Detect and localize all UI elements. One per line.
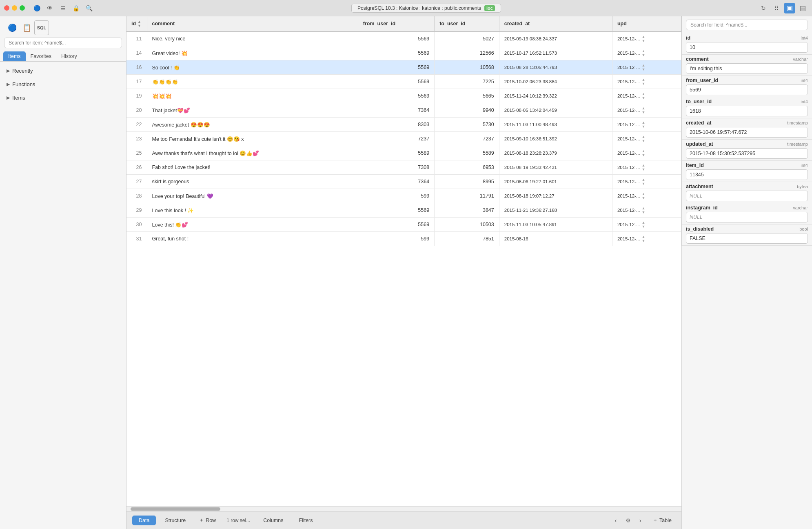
sort-row-arrows[interactable]: ▲▼	[642, 206, 646, 214]
sidebar-section-label-recently: Recently	[12, 68, 33, 74]
table-row[interactable]: 27skirt is gorgeous736489952015-08-06 19…	[126, 175, 681, 189]
sort-id-icon[interactable]: ▲▼	[138, 20, 141, 28]
scroll-thumb[interactable]	[131, 507, 220, 511]
cell-upd: 2015-12-...▲▼	[612, 218, 681, 231]
database-icon[interactable]: 🔵	[31, 3, 42, 13]
field-input-is_disabled[interactable]: FALSE	[686, 233, 808, 244]
cell-to-user-id: 7225	[435, 75, 499, 89]
cell-upd: 2015-12-...▲▼	[612, 75, 681, 89]
sort-row-arrows[interactable]: ▲▼	[642, 106, 646, 114]
sort-row-arrows[interactable]: ▲▼	[642, 220, 646, 229]
field-type-from_user_id: int4	[801, 78, 808, 83]
lock-icon[interactable]: 🔒	[71, 3, 81, 13]
close-button[interactable]	[4, 5, 9, 11]
nav-next-icon[interactable]: ›	[635, 515, 646, 526]
sidebar-sql-icon[interactable]: SQL	[34, 20, 49, 35]
col-header-to-user-id[interactable]: to_user_id	[435, 16, 499, 31]
sort-row-arrows[interactable]: ▲▼	[642, 135, 646, 143]
field-search-input[interactable]	[686, 20, 808, 30]
sort-row-arrows[interactable]: ▲▼	[642, 63, 646, 71]
table-row[interactable]: 22Awesome jacket 😍😍😍830357302015-11-03 1…	[126, 118, 681, 132]
table-row[interactable]: 14Great video! 💥5569125662015-10-17 16:5…	[126, 46, 681, 60]
field-input-to_user_id[interactable]: 1618	[686, 106, 808, 116]
cell-created-at: 2015-10-02 06:23:38.884	[499, 75, 612, 89]
layout-right-icon[interactable]: ▤	[797, 3, 808, 13]
cell-from-user-id: 5569	[358, 203, 434, 218]
sort-row-arrows[interactable]: ▲▼	[642, 178, 646, 186]
table-row[interactable]: 17👏👏👏👏556972252015-10-02 06:23:38.884201…	[126, 75, 681, 89]
layout-left-icon[interactable]: ▣	[784, 3, 795, 13]
sort-row-arrows[interactable]: ▲▼	[642, 92, 646, 100]
sort-row-arrows[interactable]: ▲▼	[642, 163, 646, 171]
table-row[interactable]: 31Great, fun shot !59978512015-08-162015…	[126, 232, 681, 246]
field-input-updated_at[interactable]: 2015-12-08 15:30:52.537295	[686, 148, 808, 159]
sort-row-arrows[interactable]: ▲▼	[642, 120, 646, 129]
sidebar-section-header-functions[interactable]: ▶ Functions	[3, 79, 123, 90]
cell-to-user-id: 5665	[435, 89, 499, 103]
table-row[interactable]: 11Nice, very nice556950272015-09-19 08:3…	[126, 31, 681, 46]
sort-row-arrows[interactable]: ▲▼	[642, 35, 646, 43]
table-inner[interactable]: id ▲▼ comment from_user_id to_user_id cr…	[126, 16, 681, 506]
add-row-button[interactable]: ＋ Row	[195, 515, 220, 525]
field-type-id: int4	[801, 36, 808, 40]
settings-icon[interactable]: ⚙	[622, 515, 634, 526]
tab-data[interactable]: Data	[132, 516, 156, 525]
field-input-comment[interactable]: I'm editing this	[686, 63, 808, 74]
field-input-wrapper-updated_at: 2015-12-08 15:30:52.537295	[686, 148, 808, 159]
field-input-wrapper-instagram_id: NULL	[686, 212, 808, 222]
col-header-id[interactable]: id ▲▼	[126, 16, 147, 31]
minimize-button[interactable]	[12, 5, 17, 11]
grid-icon[interactable]: ⠿	[771, 3, 782, 13]
sort-row-arrows[interactable]: ▲▼	[642, 78, 646, 86]
sort-row-arrows[interactable]: ▲▼	[642, 235, 646, 243]
field-input-created_at[interactable]: 2015-10-06 19:57:47.672	[686, 127, 808, 138]
titlebar-left-icons: 🔵 👁 ☰ 🔒 🔍	[31, 3, 94, 13]
horizontal-scrollbar[interactable]	[126, 506, 681, 511]
col-header-from-user-id[interactable]: from_user_id	[358, 16, 434, 31]
field-row-is_disabled: is_disabledboolFALSE	[682, 224, 812, 246]
tab-columns[interactable]: Columns	[257, 516, 290, 525]
sidebar-tab-history[interactable]: History	[56, 51, 82, 61]
sidebar-db-icon[interactable]: 🔵	[5, 20, 20, 35]
eye-icon[interactable]: 👁	[44, 3, 55, 13]
table-row[interactable]: 28Love your top! Beautiful 💜599117912015…	[126, 189, 681, 203]
field-input-from_user_id[interactable]: 5569	[686, 84, 808, 95]
field-input-attachment[interactable]: NULL	[686, 191, 808, 201]
cell-comment: Awesome jacket 😍😍😍	[147, 118, 358, 132]
col-header-comment[interactable]: comment	[147, 16, 358, 31]
sidebar-table-icon[interactable]: 📋	[20, 20, 34, 35]
table-row[interactable]: 16So cool ! 👏5569105682015-08-28 13:05:4…	[126, 60, 681, 75]
sidebar-section-header-items[interactable]: ▶ Items	[3, 92, 123, 103]
field-input-instagram_id[interactable]: NULL	[686, 212, 808, 222]
sidebar-tab-favorites[interactable]: Favorites	[26, 51, 56, 61]
plus-icon-2: ＋	[652, 517, 658, 524]
search-icon[interactable]: 🔍	[84, 3, 94, 13]
sidebar-section-header-recently[interactable]: ▶ Recently	[3, 65, 123, 76]
sidebar-search-input[interactable]	[4, 38, 122, 48]
refresh-icon[interactable]: ↻	[758, 3, 769, 13]
maximize-button[interactable]	[20, 5, 25, 11]
table-row[interactable]: 25Aww thanks that's what I thought to lo…	[126, 146, 681, 160]
tab-structure[interactable]: Structure	[158, 516, 192, 525]
list-icon[interactable]: ☰	[58, 3, 68, 13]
table-row[interactable]: 19💥💥💥556956652015-11-24 10:12:39.3222015…	[126, 89, 681, 103]
cell-comment: 💥💥💥	[147, 89, 358, 103]
tab-filters[interactable]: Filters	[293, 516, 319, 525]
col-header-upd[interactable]: upd	[612, 16, 681, 31]
table-row[interactable]: 20That jacket💝💕736499402015-08-05 13:42:…	[126, 103, 681, 118]
table-row[interactable]: 23Me too Fernanda! It's cute isn't it 😊😘…	[126, 132, 681, 146]
sort-row-arrows[interactable]: ▲▼	[642, 149, 646, 157]
table-row[interactable]: 26Fab shot! Love the jacket!730869532015…	[126, 160, 681, 175]
sort-row-arrows[interactable]: ▲▼	[642, 49, 646, 57]
cell-upd: 2015-12-...▲▼	[612, 175, 681, 189]
sort-row-arrows[interactable]: ▲▼	[642, 192, 646, 200]
table-row[interactable]: 30Love this! 👏💕5569105032015-11-03 10:05…	[126, 218, 681, 232]
sidebar-tab-items[interactable]: Items	[3, 51, 26, 61]
nav-prev-icon[interactable]: ‹	[610, 515, 621, 526]
field-input-id[interactable]: 10	[686, 42, 808, 53]
table-row[interactable]: 29Love this look ! ✨556938472015-11-21 1…	[126, 203, 681, 218]
field-input-item_id[interactable]: 11345	[686, 169, 808, 180]
col-header-created-at[interactable]: created_at	[499, 16, 612, 31]
add-table-button[interactable]: ＋ Table	[648, 515, 676, 525]
selection-info[interactable]: 1 row sel...	[222, 516, 254, 525]
